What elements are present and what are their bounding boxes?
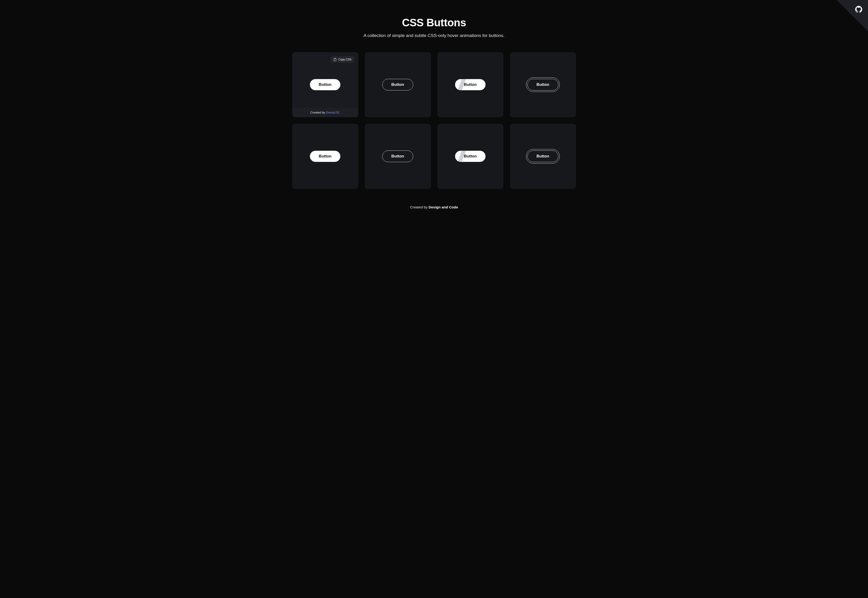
- button-card: Copy CSS Button Created by Devraj DC: [292, 52, 358, 117]
- demo-button-stripe[interactable]: Button: [455, 79, 485, 90]
- demo-button-stripe[interactable]: Button: [455, 151, 485, 162]
- button-card: Button: [510, 124, 576, 189]
- footer-author: Design and Code: [428, 205, 458, 209]
- page-footer: Created by Design and Code: [0, 198, 868, 221]
- card-footer: Created by Devraj DC: [292, 108, 358, 117]
- demo-button-label: Button: [464, 82, 477, 87]
- button-card: Button: [365, 52, 431, 117]
- demo-button-filled[interactable]: Button: [310, 79, 340, 90]
- double-outline-wrap: Button: [527, 79, 558, 90]
- created-by-prefix: Created by: [310, 111, 326, 114]
- demo-button-label: Button: [464, 154, 477, 158]
- button-card: Button: [510, 52, 576, 117]
- footer-prefix: Created by: [410, 205, 428, 209]
- copy-css-label: Copy CSS: [338, 58, 351, 61]
- author-link[interactable]: Devraj DC: [326, 111, 340, 114]
- svg-rect-0: [335, 58, 336, 58]
- demo-button-double-outline[interactable]: Button: [527, 151, 558, 162]
- demo-button-outline[interactable]: Button: [382, 79, 413, 90]
- demo-button-filled[interactable]: Button: [310, 151, 340, 162]
- button-grid: Copy CSS Button Created by Devraj DC But…: [278, 48, 590, 198]
- page-header: CSS Buttons A collection of simple and s…: [0, 0, 868, 48]
- button-card: Button: [437, 124, 503, 189]
- button-card: Button: [437, 52, 503, 117]
- github-corner[interactable]: [837, 0, 868, 31]
- copy-css-button[interactable]: Copy CSS: [331, 56, 354, 63]
- github-link[interactable]: [855, 6, 862, 13]
- demo-button-double-outline[interactable]: Button: [527, 79, 558, 90]
- github-icon: [855, 6, 862, 13]
- demo-button-outline[interactable]: Button: [382, 151, 413, 162]
- page-title: CSS Buttons: [0, 16, 868, 29]
- clipboard-icon: [334, 58, 337, 61]
- double-outline-wrap: Button: [527, 151, 558, 162]
- button-card: Button: [292, 124, 358, 189]
- page-subtitle: A collection of simple and subtle CSS-on…: [0, 33, 868, 38]
- button-card: Button: [365, 124, 431, 189]
